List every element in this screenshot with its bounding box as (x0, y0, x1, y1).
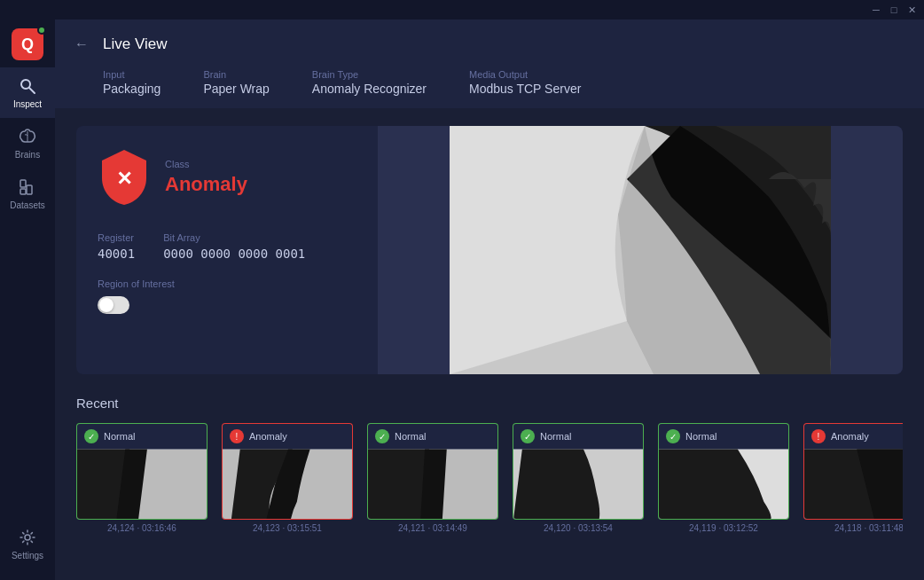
recent-card-2-header: ✓ Normal (367, 423, 498, 449)
inspect-icon (18, 76, 37, 96)
meta-brain-label: Brain (203, 69, 269, 80)
recent-card-3-header: ✓ Normal (513, 423, 644, 449)
recent-card-4-img (658, 449, 789, 520)
recent-card-2[interactable]: ✓ Normal 24,121 · 03:14:49 (367, 423, 498, 537)
meta-brain-type: Brain Type Anomaly Recognizer (312, 69, 427, 96)
recent-card-0-footer: 24,124 · 03:16:46 (76, 520, 208, 537)
content-header: ← Live View Input Packaging Brain Paper … (55, 20, 924, 108)
live-image-panel (378, 126, 903, 374)
recent-card-3[interactable]: ✓ Normal 24,120 · 03:13:54 (513, 423, 644, 537)
sidebar-item-settings[interactable]: Settings (0, 519, 55, 569)
svg-rect-5 (20, 180, 26, 187)
register-row: Register 40001 Bit Array 0000 0000 0000 … (98, 232, 356, 261)
recent-card-1-img (222, 449, 353, 520)
meta-brain: Brain Paper Wrap (203, 69, 269, 96)
recent-card-0[interactable]: ✓ Normal 24,124 · 03:16:46 (76, 423, 208, 537)
logo-icon (12, 28, 43, 60)
normal-badge-2: ✓ (375, 429, 389, 443)
meta-input-label: Input (103, 69, 161, 80)
live-image-svg (450, 126, 831, 374)
bit-array-item: Bit Array 0000 0000 0000 0001 (163, 232, 305, 261)
recent-card-0-header: ✓ Normal (76, 423, 208, 449)
sidebar-item-inspect[interactable]: Inspect (0, 67, 55, 118)
sidebar-item-settings-label: Settings (12, 551, 43, 560)
card-2-label: Normal (395, 431, 426, 442)
roi-label: Region of Interest (98, 278, 356, 289)
recent-card-4-header: ✓ Normal (658, 423, 789, 449)
recent-card-1-footer: 24,123 · 03:15:51 (222, 520, 353, 537)
recent-card-4-footer: 24,119 · 03:12:52 (658, 520, 789, 537)
meta-brain-type-label: Brain Type (312, 69, 427, 80)
normal-badge-4: ✓ (666, 429, 680, 443)
svg-line-1 (29, 88, 35, 93)
meta-input: Input Packaging (103, 69, 161, 96)
recent-card-4[interactable]: ✓ Normal 24,119 · 03:12:52 (658, 423, 789, 537)
register-value: 40001 (98, 247, 135, 261)
meta-row: Input Packaging Brain Paper Wrap Brain T… (69, 69, 903, 96)
recent-card-1[interactable]: ! Anomaly 24,123 · 03:15:51 (222, 423, 353, 537)
maximize-button[interactable]: □ (889, 4, 899, 15)
recent-title: Recent (76, 396, 903, 411)
svg-text:✕: ✕ (116, 168, 132, 190)
recent-card-3-footer: 24,120 · 03:13:54 (513, 520, 644, 537)
meta-brain-value: Paper Wrap (203, 82, 269, 96)
recent-card-1-header: ! Anomaly (222, 423, 353, 449)
toggle-knob (99, 298, 114, 312)
title-bar: ─ □ ✕ (0, 0, 924, 20)
content-area: ← Live View Input Packaging Brain Paper … (55, 20, 924, 580)
anomaly-badge-row: ✕ Class Anomaly (98, 151, 356, 204)
recent-card-2-footer: 24,121 · 03:14:49 (367, 520, 498, 537)
recent-card-5[interactable]: ! Anomaly 24,118 · 03:11:48 (803, 423, 903, 537)
shield-icon: ✕ (98, 151, 151, 204)
datasets-icon (18, 177, 37, 197)
roi-toggle[interactable] (98, 296, 129, 314)
card-3-label: Normal (540, 431, 571, 442)
meta-media-output-value: Modbus TCP Server (469, 82, 581, 96)
class-value: Anomaly (165, 173, 247, 196)
content-main: ✕ Class Anomaly Register 40001 (55, 108, 924, 580)
app-body: Inspect Brains Datasets (0, 20, 924, 580)
recent-section: Recent ✓ Normal 24,124 · 03:16:46 (76, 396, 903, 537)
card-0-label: Normal (104, 431, 135, 442)
brains-icon (18, 127, 37, 146)
settings-icon (18, 528, 37, 547)
meta-media-output-label: Media Output (469, 69, 581, 80)
normal-badge-0: ✓ (84, 429, 98, 443)
recent-card-0-img (76, 449, 208, 520)
sidebar-item-inspect-label: Inspect (13, 99, 42, 109)
breadcrumb-row: ← Live View (69, 32, 903, 57)
logo (8, 25, 47, 64)
sidebar-item-datasets[interactable]: Datasets (0, 169, 55, 219)
live-info-panel: ✕ Class Anomaly Register 40001 (76, 126, 378, 374)
live-view-card: ✕ Class Anomaly Register 40001 (76, 126, 903, 374)
svg-rect-3 (20, 189, 26, 194)
recent-grid: ✓ Normal 24,124 · 03:16:46 ! Anomaly (76, 423, 903, 537)
close-button[interactable]: ✕ (906, 4, 917, 15)
live-image-canvas (378, 126, 903, 374)
svg-rect-4 (27, 185, 32, 194)
sidebar-bottom: Settings (0, 519, 55, 580)
card-4-label: Normal (685, 431, 716, 442)
meta-media-output: Media Output Modbus TCP Server (469, 69, 581, 96)
anomaly-badge-1: ! (230, 429, 244, 443)
bit-array-value: 0000 0000 0000 0001 (163, 247, 305, 261)
bit-array-label: Bit Array (163, 232, 305, 243)
back-button[interactable]: ← (69, 32, 94, 57)
sidebar-item-datasets-label: Datasets (10, 200, 44, 210)
page-title: Live View (103, 35, 167, 53)
recent-card-5-header: ! Anomaly (803, 423, 903, 449)
recent-card-3-img (513, 449, 644, 520)
recent-card-5-footer: 24,118 · 03:11:48 (803, 520, 903, 537)
meta-brain-type-value: Anomaly Recognizer (312, 82, 427, 96)
meta-input-value: Packaging (103, 82, 161, 96)
normal-badge-3: ✓ (521, 429, 535, 443)
card-5-label: Anomaly (831, 431, 869, 442)
class-label: Class (165, 159, 247, 169)
minimize-button[interactable]: ─ (871, 4, 881, 15)
sidebar-item-brains[interactable]: Brains (0, 118, 55, 169)
register-label: Register (98, 232, 135, 243)
logo-dot (37, 26, 46, 35)
sidebar-item-brains-label: Brains (15, 150, 40, 160)
register-item: Register 40001 (98, 232, 135, 261)
class-info: Class Anomaly (165, 159, 247, 196)
